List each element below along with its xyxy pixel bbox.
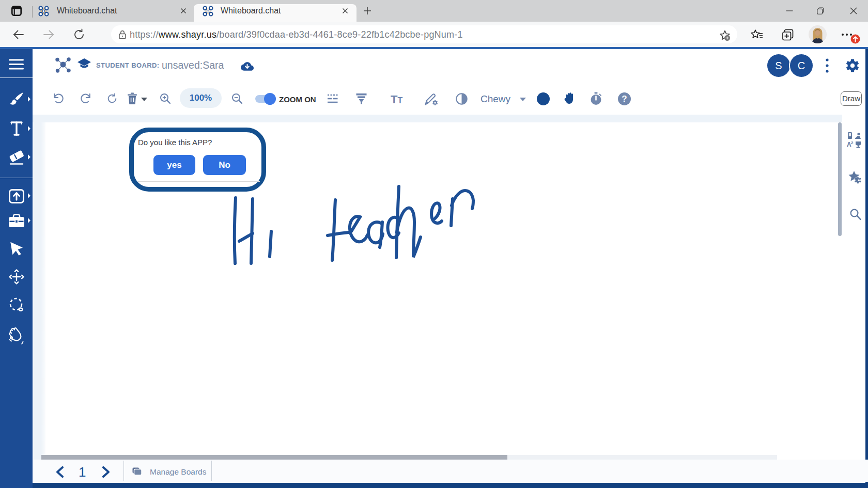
svg-text:2: 2	[851, 140, 854, 145]
